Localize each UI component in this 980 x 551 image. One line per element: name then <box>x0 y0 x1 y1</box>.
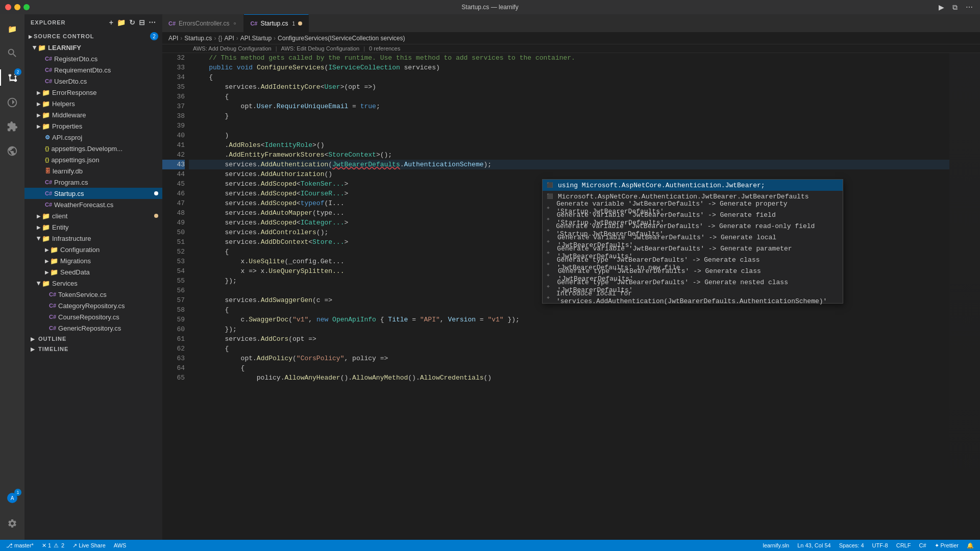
autocomplete-item[interactable]: ⬛ using Microsoft.AspNetCore.Authenticat… <box>543 180 843 191</box>
sidebar-item-errorresponse[interactable]: ▶ 📁 ErrorResponse <box>24 87 162 98</box>
folder-icon: 📁 <box>42 280 50 287</box>
sidebar-item-properties[interactable]: ▶ 📁 Properties <box>24 120 162 132</box>
chevron-icon: ▶ <box>45 269 49 275</box>
list-item[interactable]: {} appsettings.json <box>24 154 162 165</box>
list-item[interactable]: 🗄 learnify.db <box>24 165 162 177</box>
sidebar-item-middleware[interactable]: ▶ 📁 Middleware <box>24 109 162 120</box>
folder-label: Entity <box>52 223 69 231</box>
sidebar-item-client[interactable]: ▶ 📁 client <box>24 210 162 221</box>
solution-name[interactable]: learnify.sln <box>761 540 791 551</box>
folder-label: Middleware <box>52 111 86 119</box>
sidebar-item-startup[interactable]: C# Startup.cs <box>24 188 162 199</box>
folder-label: SeedData <box>60 268 90 276</box>
collapse-icon[interactable]: ⊟ <box>139 18 145 27</box>
close-button[interactable] <box>5 4 11 10</box>
tab-errors-controller[interactable]: C# ErrorsController.cs ⚬ <box>162 14 244 32</box>
new-file-icon[interactable]: + <box>109 18 114 27</box>
cs-file-icon: C# <box>49 303 56 309</box>
explorer-title: EXPLORER <box>31 19 66 26</box>
timeline-section[interactable]: ▶ TIMELINE <box>24 344 162 354</box>
tab-startup[interactable]: C# Startup.cs 1 <box>244 14 309 32</box>
list-item[interactable]: C# UserDto.cs <box>24 76 162 87</box>
sidebar-item-migrations[interactable]: ▶ 📁 Migrations <box>24 255 162 266</box>
list-item[interactable]: C# WeatherForecast.cs <box>24 199 162 210</box>
sidebar-item-helpers[interactable]: ▶ 📁 Helpers <box>24 98 162 109</box>
new-folder-icon[interactable]: 📁 <box>117 18 126 27</box>
more-icon[interactable]: ⋯ <box>149 18 156 27</box>
language-mode[interactable]: C# <box>917 540 928 551</box>
indentation[interactable]: Spaces: 4 <box>837 540 866 551</box>
ac-label: Introduce local for 'services.AddAuthent… <box>556 290 839 305</box>
activity-search[interactable] <box>0 41 24 65</box>
list-item[interactable]: {} appsettings.Developm... <box>24 143 162 154</box>
folder-icon: 📁 <box>42 212 50 220</box>
list-item[interactable]: C# GenericRepository.cs <box>24 322 162 334</box>
folder-icon: 📁 <box>42 235 50 242</box>
notifications[interactable]: 🔔 <box>965 540 976 551</box>
chevron-icon: ▶ <box>37 101 41 107</box>
sidebar-item-services[interactable]: ▶ 📁 Services <box>24 278 162 289</box>
sidebar-item-entity[interactable]: ▶ 📁 Entity <box>24 221 162 233</box>
minimize-button[interactable] <box>14 4 20 10</box>
breadcrumb-configure-services[interactable]: ConfigureServices(IServiceCollection ser… <box>278 35 405 42</box>
refs-count[interactable]: 0 references <box>369 45 400 52</box>
code-line: }); <box>189 324 949 334</box>
list-item[interactable]: C# TokenService.cs <box>24 289 162 300</box>
more-actions-icon[interactable]: ⋯ <box>964 2 975 12</box>
activity-extensions[interactable] <box>0 114 24 139</box>
aws-status[interactable]: AWS <box>112 540 129 551</box>
activity-accounts[interactable]: A 1 <box>0 486 24 510</box>
activity-remote[interactable] <box>0 139 24 163</box>
outline-section[interactable]: ▶ OUTLINE <box>24 334 162 344</box>
aws-add-config[interactable]: AWS: Add Debug Configuration <box>193 45 272 52</box>
sidebar-item-configuration[interactable]: ▶ 📁 Configuration <box>24 244 162 255</box>
encoding[interactable]: UTF-8 <box>870 540 890 551</box>
list-item[interactable]: C# CourseRepository.cs <box>24 311 162 322</box>
cs-file-icon: C# <box>49 325 56 331</box>
error-icon: ✕ <box>42 542 46 549</box>
sidebar-item-source-control[interactable]: ▶ SOURCE CONTROL 2 <box>24 31 162 42</box>
code-line: policy.AllowAnyHeader().AllowAnyMethod()… <box>189 373 949 383</box>
breadcrumb-startup-cs[interactable]: Startup.cs <box>184 35 212 42</box>
git-branch[interactable]: ⎇ master* <box>4 540 36 551</box>
refresh-icon[interactable]: ↻ <box>129 18 136 27</box>
line-ending[interactable]: CRLF <box>894 540 913 551</box>
autocomplete-item[interactable]: ✧ Introduce local for 'services.AddAuthe… <box>543 292 843 303</box>
live-share[interactable]: ↗ Live Share <box>70 540 108 551</box>
json-icon: {} <box>45 157 50 163</box>
list-item[interactable]: C# CategoryRepository.cs <box>24 300 162 311</box>
breadcrumb-api-startup[interactable]: API.Startup <box>240 35 272 42</box>
breadcrumb-api[interactable]: API <box>168 35 178 42</box>
tab-close-icon[interactable]: ⚬ <box>232 20 237 27</box>
aws-edit-config[interactable]: AWS: Edit Debug Configuration <box>281 45 360 52</box>
split-editor-icon[interactable]: ⧉ <box>950 2 960 13</box>
maximize-button[interactable] <box>23 4 30 10</box>
cs-file-icon: C# <box>45 56 52 62</box>
list-item[interactable]: C# RegisterDto.cs <box>24 53 162 64</box>
branch-name: master* <box>14 542 34 548</box>
window-title: Startup.cs — learnify <box>461 4 518 11</box>
activity-run[interactable] <box>0 90 24 114</box>
prettier-status[interactable]: ✦ Prettier <box>933 540 961 551</box>
list-item[interactable]: ⚙ API.csproj <box>24 132 162 143</box>
autocomplete-dropdown[interactable]: ⬛ using Microsoft.AspNetCore.Authenticat… <box>542 179 843 304</box>
errors-warnings[interactable]: ✕ 1 ⚠ 2 <box>40 540 66 551</box>
sidebar-item-seeddata[interactable]: ▶ 📁 SeedData <box>24 266 162 278</box>
list-item[interactable]: C# RequirementDto.cs <box>24 64 162 76</box>
activity-source-control[interactable]: 2 <box>0 65 24 90</box>
activity-settings[interactable] <box>0 511 24 536</box>
cs-file-icon: C# <box>45 190 52 196</box>
sidebar-content: ▶ SOURCE CONTROL 2 ▶ 📁 LEARNIFY C# Regis… <box>24 31 162 540</box>
list-item[interactable]: C# Program.cs <box>24 177 162 188</box>
file-label: UserDto.cs <box>54 78 87 85</box>
sidebar-item-infrastructure[interactable]: ▶ 📁 Infrastructure <box>24 233 162 244</box>
chevron-icon: ▶ <box>45 247 49 253</box>
breadcrumb-api2[interactable]: API <box>224 35 234 42</box>
sidebar-item-learnify[interactable]: ▶ 📁 LEARNIFY <box>24 42 162 53</box>
code-line: public void ConfigureServices(IServiceCo… <box>189 63 949 72</box>
folder-icon: 📁 <box>42 100 50 108</box>
code-line: // This method gets called by the runtim… <box>189 53 949 63</box>
cursor-position[interactable]: Ln 43, Col 54 <box>795 540 832 551</box>
run-icon[interactable]: ▶ <box>937 2 946 12</box>
activity-explorer[interactable]: 📁 <box>0 16 24 41</box>
